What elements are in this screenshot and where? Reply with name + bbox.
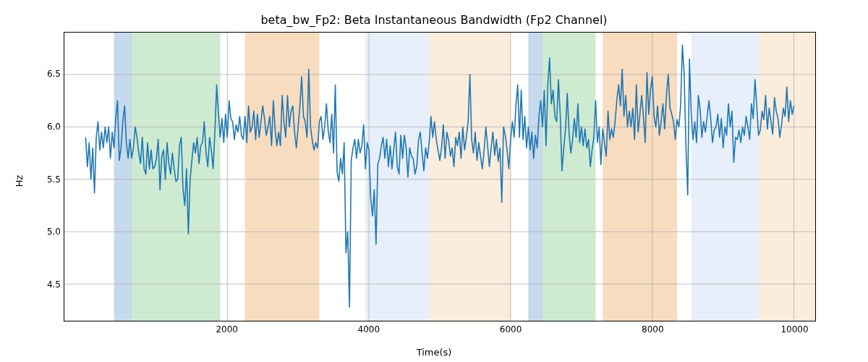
chart-title: beta_bw_Fp2: Beta Instantaneous Bandwidt… — [0, 13, 868, 27]
segment-span — [603, 33, 677, 321]
x-tick-label: 4000 — [358, 324, 380, 334]
x-tick-label: 8000 — [642, 324, 664, 334]
segment-span — [528, 33, 542, 321]
x-tick-label: 6000 — [500, 324, 522, 334]
figure: beta_bw_Fp2: Beta Instantaneous Bandwidt… — [0, 0, 868, 362]
x-axis-label: Time(s) — [0, 347, 868, 358]
y-tick-label: 6.5 — [32, 69, 61, 79]
segment-span — [132, 33, 220, 321]
x-tick-label: 2000 — [216, 324, 238, 334]
plot-svg — [64, 33, 815, 321]
segment-span — [114, 33, 132, 321]
y-tick-label: 4.5 — [32, 279, 61, 290]
segment-span — [759, 33, 815, 321]
y-axis-label: Hz — [14, 175, 25, 188]
y-tick-label: 5.0 — [32, 227, 61, 237]
x-tick-label: 10000 — [780, 324, 808, 334]
y-tick-label: 6.0 — [32, 122, 61, 132]
segment-span — [692, 33, 759, 321]
y-tick-label: 5.5 — [32, 174, 61, 185]
axes — [64, 32, 816, 321]
segment-span — [365, 33, 429, 321]
